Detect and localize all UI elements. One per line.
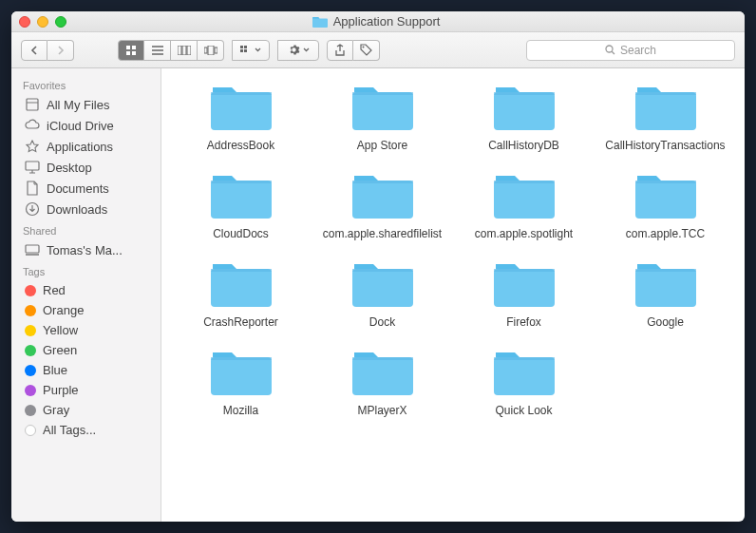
forward-button[interactable]: [47, 40, 74, 61]
svg-rect-32: [494, 181, 555, 219]
folder-label: Mozilla: [223, 404, 258, 418]
sidebar-tag-item[interactable]: Orange: [11, 300, 161, 320]
folder-item[interactable]: Firefox: [456, 258, 592, 330]
folder-item[interactable]: AddressBook: [173, 82, 309, 153]
action-group: [277, 40, 319, 61]
sidebar-item[interactable]: All My Files: [11, 94, 161, 115]
sidebar-item[interactable]: Downloads: [11, 199, 161, 219]
folder-icon: [207, 258, 275, 312]
folder-label: CloudDocs: [213, 227, 269, 241]
folder-item[interactable]: MPlayerX: [314, 347, 450, 418]
sidebar-item[interactable]: Documents: [11, 178, 161, 199]
sidebar-item-label: Gray: [43, 403, 69, 417]
tags-button[interactable]: [353, 40, 380, 61]
share-button[interactable]: [327, 40, 353, 61]
sidebar-item[interactable]: Tomas's Ma...: [11, 239, 161, 260]
share-group: [327, 40, 380, 61]
window-title: Application Support: [66, 14, 686, 29]
svg-point-14: [363, 47, 365, 48]
svg-rect-16: [27, 99, 38, 110]
all-my-files-icon: [25, 97, 40, 112]
action-button[interactable]: [277, 40, 319, 61]
view-mode-buttons: [118, 40, 224, 61]
folder-label: com.apple.spotlight: [475, 227, 573, 241]
sidebar-tag-item[interactable]: All Tags...: [11, 420, 161, 440]
search-input[interactable]: Search: [526, 40, 735, 61]
sidebar-item-label: Orange: [43, 303, 84, 317]
close-button[interactable]: [19, 16, 30, 28]
folder-icon: [490, 82, 558, 135]
svg-rect-41: [494, 269, 555, 272]
sidebar-item[interactable]: Applications: [11, 136, 161, 157]
sidebar-tag-item[interactable]: Green: [11, 340, 161, 360]
maximize-button[interactable]: [55, 16, 66, 28]
folder-item[interactable]: Mozilla: [173, 347, 309, 418]
search-placeholder: Search: [620, 44, 656, 57]
coverflow-icon: [204, 46, 217, 55]
back-button[interactable]: [21, 40, 47, 61]
folder-item[interactable]: CrashReporter: [173, 258, 309, 330]
folder-icon: [632, 82, 700, 135]
folder-item[interactable]: CallHistoryTransactions: [597, 82, 733, 153]
svg-rect-28: [211, 181, 272, 219]
grid-icon: [125, 45, 137, 56]
svg-rect-9: [215, 48, 217, 53]
sidebar-item[interactable]: iCloud Drive: [11, 115, 161, 136]
sidebar-item[interactable]: Desktop: [11, 157, 161, 178]
svg-rect-47: [352, 357, 413, 360]
folder-icon: [632, 170, 700, 223]
sidebar-item-label: All Tags...: [43, 423, 96, 437]
svg-rect-34: [635, 181, 696, 219]
folder-item[interactable]: com.apple.spotlight: [456, 170, 592, 241]
folder-label: CallHistoryTransactions: [605, 139, 725, 153]
svg-rect-30: [352, 181, 413, 219]
folder-item[interactable]: com.apple.sharedfilelist: [314, 170, 450, 241]
list-view-button[interactable]: [144, 40, 171, 61]
chevron-down-icon: [255, 48, 261, 52]
sidebar-item-label: Tomas's Ma...: [47, 243, 123, 257]
tag-dot-icon: [25, 385, 36, 396]
svg-rect-8: [208, 46, 214, 55]
tag-dot-icon: [25, 285, 36, 296]
sidebar-tag-item[interactable]: Yellow: [11, 320, 161, 340]
tag-icon: [360, 44, 372, 56]
toolbar: Search: [11, 32, 745, 68]
svg-rect-23: [352, 92, 413, 95]
svg-rect-10: [240, 46, 243, 48]
minimize-button[interactable]: [37, 16, 48, 28]
icon-view-button[interactable]: [118, 40, 144, 61]
window-title-text: Application Support: [333, 14, 441, 29]
folder-item[interactable]: Dock: [314, 258, 450, 330]
svg-rect-4: [178, 46, 181, 55]
svg-rect-26: [635, 92, 696, 130]
sidebar-tag-item[interactable]: Purple: [11, 380, 161, 400]
folder-item[interactable]: App Store: [314, 82, 450, 153]
svg-rect-25: [494, 92, 555, 95]
arrange-icon: [240, 46, 252, 55]
column-view-button[interactable]: [171, 40, 198, 61]
sidebar-section-header: Tags: [11, 260, 161, 280]
svg-rect-39: [352, 269, 413, 272]
folder-icon: [349, 82, 417, 135]
folder-icon: [490, 170, 558, 223]
content-area[interactable]: AddressBook App Store CallHistoryDB Call…: [161, 68, 745, 522]
sidebar-tag-item[interactable]: Red: [11, 280, 161, 300]
folder-item[interactable]: com.apple.TCC: [597, 170, 733, 241]
svg-rect-21: [211, 92, 272, 95]
folder-item[interactable]: Google: [597, 258, 733, 330]
arrange-button[interactable]: [232, 40, 270, 61]
folder-item[interactable]: Quick Look: [456, 347, 592, 418]
folder-item[interactable]: CloudDocs: [173, 170, 309, 241]
columns-icon: [178, 46, 191, 55]
svg-rect-24: [494, 92, 555, 130]
folder-icon: [632, 258, 700, 312]
coverflow-view-button[interactable]: [198, 40, 224, 61]
folder-grid: AddressBook App Store CallHistoryDB Call…: [173, 82, 733, 418]
folder-icon: [349, 347, 417, 400]
folder-label: com.apple.sharedfilelist: [323, 227, 442, 241]
sidebar-item-label: Purple: [43, 383, 79, 397]
sidebar-tag-item[interactable]: Gray: [11, 400, 161, 420]
sidebar-tag-item[interactable]: Blue: [11, 360, 161, 380]
folder-item[interactable]: CallHistoryDB: [456, 82, 592, 153]
chevron-down-icon: [303, 48, 310, 52]
